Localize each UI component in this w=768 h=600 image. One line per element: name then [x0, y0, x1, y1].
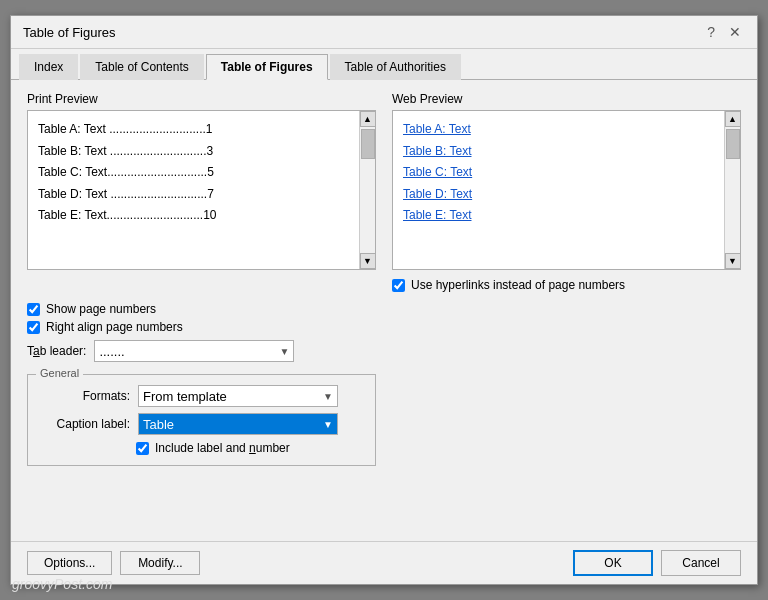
web-preview-scrollbar[interactable]: ▲ ▼ — [724, 111, 740, 269]
web-line-1[interactable]: Table A: Text — [403, 119, 714, 141]
print-line-3: Table C: Text...........................… — [38, 162, 349, 184]
tab-leader-row: Tab leader: ....... ▼ — [27, 340, 376, 362]
general-section-title: General — [36, 367, 83, 379]
caption-label: Caption label: — [40, 417, 130, 431]
tab-leader-label: Tab leader: — [27, 344, 86, 358]
right-align-checkbox[interactable] — [27, 321, 40, 334]
help-button[interactable]: ? — [703, 24, 719, 40]
bottom-left-buttons: Options... Modify... — [27, 551, 200, 575]
web-preview-label: Web Preview — [392, 92, 741, 106]
formats-dropdown-arrow: ▼ — [323, 391, 333, 402]
print-preview-label: Print Preview — [27, 92, 376, 106]
right-align-row: Right align page numbers — [27, 320, 376, 334]
right-align-label: Right align page numbers — [46, 320, 183, 334]
web-preview-section: Web Preview Table A: Text Table B: Text … — [392, 92, 741, 292]
formats-value: From template — [143, 389, 227, 404]
modify-button[interactable]: Modify... — [120, 551, 200, 575]
print-line-4: Table D: Text ..........................… — [38, 184, 349, 206]
tab-table-of-figures[interactable]: Table of Figures — [206, 54, 328, 80]
print-preview-content: Table A: Text ..........................… — [28, 111, 359, 269]
use-hyperlinks-row: Use hyperlinks instead of page numbers — [392, 278, 741, 292]
general-section: General Formats: From template ▼ Caption… — [27, 374, 376, 466]
dialog-title: Table of Figures — [23, 25, 116, 40]
dialog: Table of Figures ? ✕ Index Table of Cont… — [10, 15, 758, 585]
use-hyperlinks-label: Use hyperlinks instead of page numbers — [411, 278, 625, 292]
right-options: Use hyperlinks instead of page numbers — [392, 278, 741, 292]
scroll-down-arrow[interactable]: ▼ — [360, 253, 376, 269]
close-button[interactable]: ✕ — [725, 24, 745, 40]
lower-area: Show page numbers Right align page numbe… — [27, 302, 741, 466]
tabs-row: Index Table of Contents Table of Figures… — [11, 49, 757, 80]
caption-dropdown-arrow: ▼ — [323, 419, 333, 430]
caption-value: Table — [143, 417, 174, 432]
scroll-up-arrow[interactable]: ▲ — [360, 111, 376, 127]
bottom-right-buttons: OK Cancel — [573, 550, 741, 576]
formats-label: Formats: — [40, 389, 130, 403]
show-page-numbers-label: Show page numbers — [46, 302, 156, 316]
caption-dropdown[interactable]: Table ▼ — [138, 413, 338, 435]
formats-dropdown[interactable]: From template ▼ — [138, 385, 338, 407]
watermark: groovyPost.com — [12, 576, 112, 592]
web-preview-content: Table A: Text Table B: Text Table C: Tex… — [393, 111, 724, 269]
web-line-5[interactable]: Table E: Text — [403, 205, 714, 227]
tab-leader-value: ....... — [99, 344, 124, 359]
tab-index[interactable]: Index — [19, 54, 78, 80]
caption-row: Caption label: Table ▼ — [40, 413, 363, 435]
web-line-2[interactable]: Table B: Text — [403, 141, 714, 163]
use-hyperlinks-checkbox[interactable] — [392, 279, 405, 292]
print-preview-box: Table A: Text ..........................… — [27, 110, 376, 270]
cancel-button[interactable]: Cancel — [661, 550, 741, 576]
web-line-4[interactable]: Table D: Text — [403, 184, 714, 206]
print-preview-section: Print Preview Table A: Text ............… — [27, 92, 376, 292]
web-line-3[interactable]: Table C: Text — [403, 162, 714, 184]
print-preview-scrollbar[interactable]: ▲ ▼ — [359, 111, 375, 269]
tab-leader-dropdown[interactable]: ....... ▼ — [94, 340, 294, 362]
print-line-1: Table A: Text ..........................… — [38, 119, 349, 141]
left-lower: Show page numbers Right align page numbe… — [27, 302, 376, 466]
options-button[interactable]: Options... — [27, 551, 112, 575]
bottom-area: Options... Modify... OK Cancel — [11, 541, 757, 584]
tab-leader-dropdown-arrow: ▼ — [279, 346, 289, 357]
title-controls: ? ✕ — [703, 24, 745, 40]
include-label-text: Include label and number — [155, 441, 290, 455]
show-page-numbers-row: Show page numbers — [27, 302, 376, 316]
dialog-body: Print Preview Table A: Text ............… — [11, 80, 757, 541]
tab-table-of-authorities[interactable]: Table of Authorities — [330, 54, 461, 80]
web-scroll-down-arrow[interactable]: ▼ — [725, 253, 741, 269]
web-scroll-up-arrow[interactable]: ▲ — [725, 111, 741, 127]
include-label-checkbox[interactable] — [136, 442, 149, 455]
show-page-numbers-checkbox[interactable] — [27, 303, 40, 316]
tab-table-of-contents[interactable]: Table of Contents — [80, 54, 203, 80]
web-preview-box: Table A: Text Table B: Text Table C: Tex… — [392, 110, 741, 270]
title-bar: Table of Figures ? ✕ — [11, 16, 757, 49]
ok-button[interactable]: OK — [573, 550, 653, 576]
web-scroll-thumb[interactable] — [726, 129, 740, 159]
formats-row: Formats: From template ▼ — [40, 385, 363, 407]
scroll-thumb[interactable] — [361, 129, 375, 159]
previews-row: Print Preview Table A: Text ............… — [27, 92, 741, 292]
print-line-5: Table E: Text...........................… — [38, 205, 349, 227]
print-options: Show page numbers Right align page numbe… — [27, 302, 376, 334]
right-lower — [392, 302, 741, 466]
include-label-row: Include label and number — [136, 441, 363, 455]
print-line-2: Table B: Text ..........................… — [38, 141, 349, 163]
